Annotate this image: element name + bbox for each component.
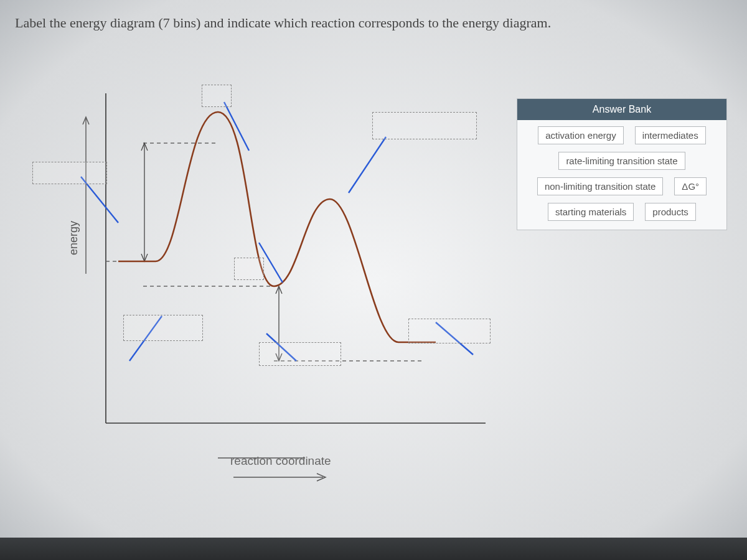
answer-bank-title: Answer Bank xyxy=(517,99,726,120)
chip-activation-energy[interactable]: activation energy xyxy=(538,126,623,144)
energy-diagram[interactable]: energy xyxy=(37,75,510,460)
page: Label the energy diagram (7 bins) and in… xyxy=(0,0,747,560)
pointer-line xyxy=(224,102,249,151)
x-axis-label: reaction coordinate xyxy=(230,454,331,468)
x-axis-label-group: reaction coordinate xyxy=(230,454,331,486)
x-axis-arrow-icon xyxy=(231,472,331,483)
question-prompt: Label the energy diagram (7 bins) and in… xyxy=(15,15,551,31)
energy-curve xyxy=(118,112,436,342)
chip-non-limiting-ts[interactable]: non-limiting transition state xyxy=(537,177,663,195)
pointer-line xyxy=(349,137,386,193)
drop-slot-delta-g[interactable] xyxy=(259,342,341,366)
answer-bank-body: activation energy intermediates rate-lim… xyxy=(517,120,726,230)
chip-products[interactable]: products xyxy=(645,203,696,221)
answer-bank: Answer Bank activation energy intermedia… xyxy=(517,98,727,230)
chip-delta-g[interactable]: ΔG° xyxy=(674,177,707,195)
drop-slot-first-peak[interactable] xyxy=(202,85,232,107)
drop-slot-valley[interactable] xyxy=(234,258,264,280)
drop-slot-second-peak[interactable] xyxy=(372,112,477,139)
drop-slot-left-upper[interactable] xyxy=(32,162,107,184)
drop-slot-products[interactable] xyxy=(408,319,491,343)
chip-intermediates[interactable]: intermediates xyxy=(635,126,706,144)
window-bottom-bar xyxy=(0,538,747,560)
drop-slot-start-lower[interactable] xyxy=(123,315,203,341)
chip-starting-materials[interactable]: starting materials xyxy=(548,203,634,221)
chip-rate-limiting-ts[interactable]: rate-limiting transition state xyxy=(558,152,685,170)
